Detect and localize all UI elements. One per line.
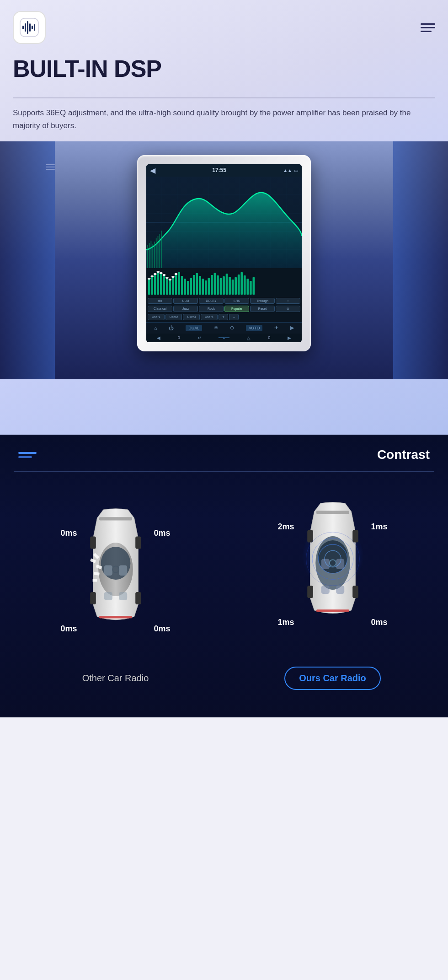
svg-rect-60 <box>238 275 240 295</box>
ctrl-zero-1: 0 <box>178 335 180 340</box>
svg-rect-57 <box>229 277 231 295</box>
preset-jazz[interactable]: Jazz <box>173 306 198 312</box>
eq-visualization <box>146 177 302 268</box>
nav-dual[interactable]: DUAL <box>186 325 202 331</box>
preset-reset[interactable]: Reset <box>250 306 275 312</box>
preset-buttons-area: dts UUU DOLBY SRS Through ↔ Classical Ja… <box>146 296 302 322</box>
preset-through[interactable]: Through <box>250 298 275 304</box>
screen-bezel: ◀ 17:55 ▲▲ ▭ <box>137 155 311 351</box>
preset-classical[interactable]: Classical <box>148 306 172 312</box>
preset-remove[interactable]: − <box>229 314 239 320</box>
nav-snowflake[interactable]: ❄ <box>214 325 218 331</box>
svg-rect-64 <box>250 281 252 295</box>
svg-rect-102 <box>352 586 358 598</box>
svg-rect-45 <box>193 275 195 295</box>
header <box>0 0 448 51</box>
svg-rect-63 <box>246 279 249 295</box>
eq-sliders-section <box>146 268 302 296</box>
svg-rect-21 <box>147 245 148 268</box>
svg-rect-53 <box>217 275 219 295</box>
preset-icon[interactable]: ↔ <box>276 298 300 304</box>
preset-user5[interactable]: User5 <box>201 314 218 320</box>
svg-rect-5 <box>32 26 33 29</box>
side-panel-right <box>393 141 448 379</box>
nav-home[interactable]: ⌂ <box>154 325 157 331</box>
preset-dolby[interactable]: DOLBY <box>199 298 224 304</box>
ctrl-up[interactable]: △ <box>247 335 251 340</box>
top-section: BUILT-IN DSP Supports 36EQ adjustment, a… <box>0 0 448 435</box>
ctrl-slider[interactable]: ━━●━━ <box>219 336 230 340</box>
preset-add[interactable]: + <box>219 314 228 320</box>
svg-rect-73 <box>169 279 172 280</box>
svg-rect-34 <box>160 273 162 295</box>
page-title: BUILT-IN DSP <box>13 56 435 82</box>
ours-car-svg <box>292 499 374 631</box>
svg-rect-68 <box>154 273 157 275</box>
contrast-title: Contrast <box>377 447 430 462</box>
svg-rect-29 <box>161 231 162 268</box>
svg-rect-28 <box>159 234 160 268</box>
bottom-section: Contrast 0ms 0ms 0ms 0ms <box>0 435 448 717</box>
preset-dts[interactable]: dts <box>148 298 172 304</box>
ours-car-button[interactable]: Ours Car Radio <box>284 667 381 690</box>
svg-rect-40 <box>178 272 180 295</box>
preset-rock[interactable]: Rock <box>199 306 224 312</box>
nav-power[interactable]: ⏻ <box>169 325 174 331</box>
svg-rect-35 <box>163 275 165 295</box>
nav-auto[interactable]: AUTO <box>246 325 263 331</box>
preset-uuu[interactable]: UUU <box>173 298 198 304</box>
svg-rect-97 <box>316 511 349 514</box>
svg-rect-36 <box>166 278 168 295</box>
svg-rect-58 <box>232 280 234 295</box>
svg-rect-31 <box>151 276 153 295</box>
dsp-image-area: ◀ 17:55 ▲▲ ▭ <box>0 141 448 379</box>
svg-rect-2 <box>25 23 26 32</box>
svg-rect-81 <box>119 592 127 600</box>
svg-rect-71 <box>163 274 166 276</box>
svg-rect-88 <box>135 592 141 604</box>
ctrl-vol-right[interactable]: ▶ <box>288 335 291 340</box>
logo <box>13 11 46 44</box>
other-car-view: 0ms 0ms 0ms 0ms <box>56 492 175 666</box>
preset-user3[interactable]: User3 <box>183 314 200 320</box>
eq-sliders-row <box>147 269 301 295</box>
svg-rect-75 <box>175 273 178 275</box>
preset-srs[interactable]: SRS <box>224 298 249 304</box>
preset-circle[interactable]: ⊙ <box>276 306 300 312</box>
svg-rect-3 <box>27 21 28 34</box>
nav-fan[interactable]: ⊙ <box>230 325 234 331</box>
preset-row-1: dts UUU DOLBY SRS Through ↔ <box>148 298 300 304</box>
hamburger-menu[interactable] <box>421 23 435 32</box>
svg-rect-87 <box>90 592 96 604</box>
dsp-screen-unit: ◀ 17:55 ▲▲ ▭ <box>137 155 311 351</box>
nav-vol[interactable]: ▶ <box>290 325 294 331</box>
preset-row-3: User1 User2 User3 User5 + − <box>148 314 300 320</box>
svg-rect-25 <box>154 242 155 268</box>
svg-rect-62 <box>244 275 246 295</box>
preset-popular[interactable]: Popular <box>224 306 249 312</box>
eq-grid-svg <box>146 177 302 268</box>
svg-rect-47 <box>199 276 201 295</box>
ctrl-enter[interactable]: ↵ <box>197 335 201 340</box>
svg-rect-65 <box>253 277 255 295</box>
svg-rect-94 <box>321 586 329 594</box>
preset-user1[interactable]: User1 <box>148 314 165 320</box>
svg-rect-54 <box>220 278 222 295</box>
svg-rect-80 <box>104 592 112 600</box>
svg-rect-51 <box>211 275 213 295</box>
svg-rect-1 <box>22 26 24 29</box>
nav-misc[interactable]: ✈ <box>274 325 278 331</box>
ours-car-comparison: 2ms 1ms 1ms 0ms <box>226 485 439 690</box>
svg-rect-72 <box>165 277 169 279</box>
svg-rect-33 <box>157 272 159 295</box>
ctrl-left[interactable]: ◀ <box>157 335 160 340</box>
logo-icon <box>19 17 39 38</box>
ours-car-name-label: Ours Car Radio <box>284 667 381 690</box>
preset-user2[interactable]: User2 <box>165 314 182 320</box>
title-divider <box>13 97 435 98</box>
svg-rect-67 <box>150 275 154 277</box>
back-button[interactable]: ◀ <box>150 166 155 175</box>
svg-rect-52 <box>214 273 216 295</box>
other-car-name: Other Car Radio <box>82 673 149 683</box>
svg-rect-74 <box>171 276 175 278</box>
